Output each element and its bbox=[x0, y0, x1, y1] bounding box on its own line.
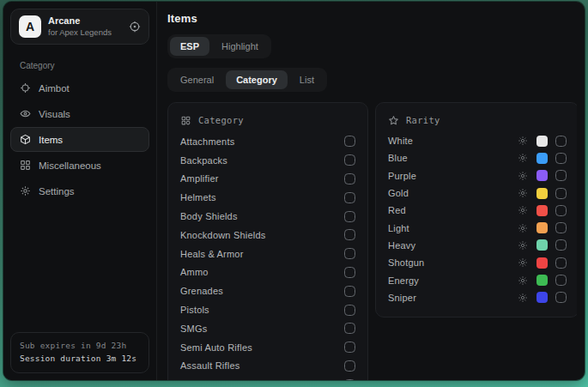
checkbox[interactable] bbox=[344, 267, 355, 278]
panels-row: Category Attachments Backpacks Amplifier… bbox=[167, 102, 577, 380]
checkbox[interactable] bbox=[555, 257, 567, 269]
color-swatch[interactable] bbox=[536, 188, 548, 199]
checkbox[interactable] bbox=[344, 286, 355, 297]
checkbox[interactable] bbox=[344, 248, 355, 259]
color-swatch[interactable] bbox=[536, 170, 548, 181]
rarity-row: Sniper bbox=[388, 289, 567, 306]
app-window: A Arcane for Apex Legends Category Aimbo… bbox=[3, 2, 585, 380]
sidebar-item-items[interactable]: Items bbox=[10, 127, 149, 152]
eye-icon bbox=[20, 108, 31, 119]
tab-category[interactable]: Category bbox=[226, 70, 288, 89]
sidebar-item-miscellaneous[interactable]: Miscellaneous bbox=[10, 153, 149, 178]
checkbox[interactable] bbox=[344, 136, 355, 147]
gear-icon[interactable] bbox=[518, 240, 528, 251]
checkbox[interactable] bbox=[555, 136, 567, 147]
sidebar-nav: Aimbot Visuals Items Miscellaneous Setti… bbox=[3, 76, 156, 203]
category-item-label: Helmets bbox=[180, 192, 344, 203]
category-item-label: Heals & Armor bbox=[180, 249, 344, 259]
target-icon[interactable] bbox=[129, 21, 141, 33]
category-row: SMGs bbox=[180, 319, 355, 338]
color-swatch[interactable] bbox=[536, 222, 548, 233]
color-swatch[interactable] bbox=[536, 239, 548, 251]
gear-icon[interactable] bbox=[518, 136, 528, 146]
checkbox[interactable] bbox=[555, 292, 567, 303]
gear-icon[interactable] bbox=[518, 293, 528, 303]
sidebar-item-aimbot[interactable]: Aimbot bbox=[10, 76, 149, 100]
category-item-label: Pistols bbox=[180, 305, 344, 315]
checkbox[interactable] bbox=[344, 342, 355, 353]
tab-highlight[interactable]: Highlight bbox=[211, 37, 269, 56]
tab-esp[interactable]: ESP bbox=[170, 37, 209, 56]
rarity-item-label: White bbox=[388, 136, 518, 146]
color-swatch[interactable] bbox=[536, 205, 548, 216]
checkbox[interactable] bbox=[555, 188, 567, 199]
app-subtitle: for Apex Legends bbox=[48, 27, 112, 38]
checkbox[interactable] bbox=[555, 170, 567, 181]
category-item-label: Backpacks bbox=[180, 155, 344, 166]
session-duration-text: Session duration 3m 12s bbox=[20, 352, 140, 366]
category-item-label: Amplifier bbox=[180, 173, 344, 184]
gear-icon[interactable] bbox=[518, 153, 528, 163]
sidebar-item-visuals[interactable]: Visuals bbox=[10, 101, 149, 126]
color-swatch[interactable] bbox=[536, 153, 548, 164]
category-item-label: Semi Auto Rifles bbox=[180, 342, 344, 353]
checkbox[interactable] bbox=[555, 222, 567, 233]
view-tab-group: GeneralCategoryList bbox=[167, 68, 327, 92]
rarity-row: Gold bbox=[388, 184, 567, 202]
checkbox[interactable] bbox=[555, 275, 567, 286]
checkbox[interactable] bbox=[344, 360, 355, 372]
sidebar: A Arcane for Apex Legends Category Aimbo… bbox=[3, 2, 157, 380]
checkbox[interactable] bbox=[344, 173, 355, 184]
gear-icon[interactable] bbox=[518, 257, 528, 268]
app-logo: A bbox=[19, 15, 41, 38]
checkbox[interactable] bbox=[555, 205, 567, 216]
checkbox[interactable] bbox=[555, 239, 567, 251]
rarity-row: Light bbox=[388, 219, 567, 236]
rarity-row: Shotgun bbox=[388, 254, 567, 271]
category-panel: Category Attachments Backpacks Amplifier… bbox=[167, 102, 368, 380]
sidebar-item-settings[interactable]: Settings bbox=[10, 178, 149, 203]
category-row: Semi Auto Rifles bbox=[180, 338, 355, 357]
sidebar-section-label: Category bbox=[20, 61, 156, 70]
page-title: Items bbox=[167, 12, 577, 25]
category-list: Attachments Backpacks Amplifier Helmets … bbox=[180, 132, 355, 380]
grid-icon bbox=[20, 160, 31, 171]
checkbox[interactable] bbox=[344, 323, 355, 334]
gear-icon[interactable] bbox=[518, 171, 528, 181]
category-row: Helmets bbox=[180, 188, 355, 207]
color-swatch[interactable] bbox=[536, 292, 548, 303]
checkbox[interactable] bbox=[344, 192, 355, 203]
rarity-panel: Rarity White Blue Purple Gold Red bbox=[375, 102, 577, 317]
category-row: Body Shields bbox=[180, 207, 355, 226]
gear-icon[interactable] bbox=[518, 223, 528, 233]
rarity-item-label: Gold bbox=[388, 188, 518, 198]
color-swatch[interactable] bbox=[536, 136, 548, 147]
category-item-label: Attachments bbox=[180, 136, 344, 147]
gear-icon[interactable] bbox=[518, 275, 528, 286]
checkbox[interactable] bbox=[555, 153, 567, 164]
color-swatch[interactable] bbox=[536, 257, 548, 269]
category-row: Amplifier bbox=[180, 170, 355, 189]
category-row: Backpacks bbox=[180, 151, 355, 170]
app-name: Arcane bbox=[48, 15, 112, 27]
category-item-label: Knockdown Shields bbox=[180, 230, 344, 240]
checkbox[interactable] bbox=[344, 379, 355, 380]
crosshair-icon bbox=[20, 82, 31, 94]
tab-list[interactable]: List bbox=[289, 70, 324, 89]
rarity-row: Blue bbox=[388, 149, 567, 166]
gear-icon[interactable] bbox=[518, 205, 528, 215]
tab-general[interactable]: General bbox=[170, 70, 224, 89]
rarity-panel-header: Rarity bbox=[388, 110, 567, 130]
checkbox[interactable] bbox=[344, 211, 355, 222]
gear-icon[interactable] bbox=[518, 188, 528, 198]
checkbox[interactable] bbox=[344, 154, 355, 166]
color-swatch[interactable] bbox=[536, 275, 548, 286]
checkbox[interactable] bbox=[344, 229, 355, 240]
category-panel-title: Category bbox=[198, 115, 244, 125]
rarity-row: Purple bbox=[388, 167, 567, 184]
category-row: Heals & Armor bbox=[180, 245, 355, 263]
rarity-item-label: Red bbox=[388, 205, 518, 215]
desktop-background: { "app": { "logo_letter": "A", "name": "… bbox=[0, 0, 588, 387]
category-row: Grenades bbox=[180, 281, 355, 300]
checkbox[interactable] bbox=[344, 305, 355, 316]
